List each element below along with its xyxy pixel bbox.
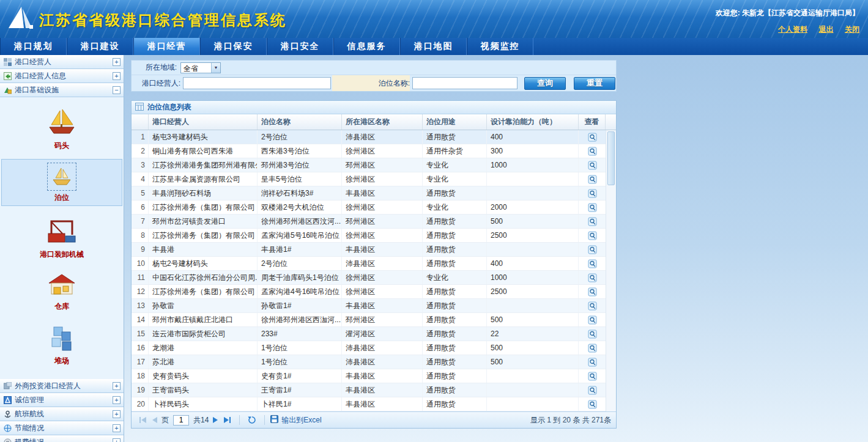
- table-row[interactable]: 19 王寄雷码头 王寄雷1# 丰县港区 通用散货: [132, 383, 606, 397]
- view-detail-icon[interactable]: [588, 400, 597, 409]
- nav-tab[interactable]: 港口规划: [0, 38, 67, 55]
- view-detail-icon[interactable]: [588, 161, 597, 170]
- nav-tab[interactable]: 港口安全: [267, 38, 333, 55]
- table-row[interactable]: 18 史有贵码头 史有贵1# 丰县港区 通用散货: [132, 369, 606, 383]
- nav-tab[interactable]: 港口经营: [133, 38, 200, 55]
- logout-link[interactable]: 退出: [819, 25, 834, 34]
- expand-icon[interactable]: +: [113, 72, 121, 80]
- sidebar-item-fees[interactable]: 规费情况 +: [0, 435, 124, 442]
- column-header-port-area[interactable]: 所在港区名称: [342, 114, 423, 130]
- berth-name-input[interactable]: [412, 77, 517, 89]
- table-row[interactable]: 20 卜祥民码头 卜祥民1# 丰县港区 通用散货: [132, 397, 606, 411]
- cell-capacity: 2500: [487, 285, 579, 298]
- table-row[interactable]: 5 丰县润翔砂石料场 润祥砂石料场3# 丰县港区 通用散货: [132, 186, 606, 201]
- view-detail-icon[interactable]: [588, 231, 597, 240]
- view-detail-icon[interactable]: [588, 315, 597, 325]
- expand-icon[interactable]: +: [113, 410, 121, 418]
- sidebar-item-berth[interactable]: 泊位: [1, 159, 122, 206]
- table-row[interactable]: 17 苏北港 1号泊位 沛县港区 通用散货 500: [132, 355, 606, 369]
- table-row[interactable]: 2 铜山港务有限公司西朱港 西朱港3号泊位 徐州港区 通用件杂货 300: [132, 144, 606, 158]
- table-row[interactable]: 14 邳州市戴庄镇戴庄北港口 徐州港邳州港区西泇河... 邳州港区 通用散货 5…: [132, 313, 606, 327]
- query-button[interactable]: 查询: [524, 77, 566, 90]
- export-excel-button[interactable]: 输出到Excel: [270, 415, 321, 425]
- table-row[interactable]: 6 江苏徐州港务（集团）有限公司 双楼港2号大机泊位 徐州港区 专业化 2000: [132, 201, 606, 215]
- nav-tab[interactable]: 港口保安: [200, 38, 267, 55]
- sidebar-item-wharf[interactable]: 码头: [1, 103, 122, 154]
- expand-icon[interactable]: +: [113, 424, 121, 432]
- nav-tab[interactable]: 港口地图: [400, 38, 467, 55]
- sidebar-item-loading-machinery[interactable]: 港口装卸机械: [1, 211, 122, 263]
- view-detail-icon[interactable]: [588, 358, 597, 367]
- sidebar-item-shipping-routes[interactable]: 航班航线 +: [0, 407, 124, 421]
- view-detail-icon[interactable]: [588, 259, 597, 268]
- table-row[interactable]: 1 杨屯3号建材码头 2号泊位 沛县港区 通用散货 400: [132, 130, 606, 144]
- cell-operator: 史有贵码头: [149, 369, 258, 383]
- cell-operator: 江苏徐州港务（集团）有限公司: [149, 285, 258, 298]
- view-detail-icon[interactable]: [588, 133, 597, 142]
- view-detail-icon[interactable]: [588, 245, 597, 254]
- cell-operator: 丰县港: [149, 243, 258, 256]
- profile-link[interactable]: 个人资料: [778, 25, 807, 34]
- cell-berth-name: 丰县港1#: [258, 243, 342, 256]
- table-row[interactable]: 13 孙敬雷 孙敬雷1# 丰县港区 通用散货: [132, 299, 606, 313]
- table-scrollbar[interactable]: [606, 130, 616, 411]
- table-row[interactable]: 3 江苏徐州港港务集团邳州港有限公司 邳州港3号泊位 邳州港区 专业化 1000: [132, 158, 606, 172]
- nav-tab[interactable]: 视频监控: [467, 38, 533, 55]
- expand-icon[interactable]: +: [113, 382, 121, 390]
- column-header-usage[interactable]: 泊位用途: [423, 114, 487, 130]
- last-page-button[interactable]: [223, 417, 231, 423]
- table-row[interactable]: 16 龙潮港 1号泊位 沛县港区 通用散货 500: [132, 341, 606, 355]
- table-row[interactable]: 4 江苏呈丰金属资源有限公司 呈丰5号泊位 徐州港区 专业化: [132, 172, 606, 186]
- expand-icon[interactable]: +: [113, 438, 121, 442]
- sidebar-item-port-infrastructure[interactable]: 港口基础设施 −: [0, 83, 124, 97]
- table-row[interactable]: 12 江苏徐州港务（集团）有限公司 孟家沟港4号16吨吊泊位 徐州港区 通用散货…: [132, 285, 606, 299]
- table-row[interactable]: 11 中国石化江苏徐州石油分公司周... 周老千油库码头1号泊位 徐州港区 专业…: [132, 271, 606, 285]
- sidebar-item-warehouse[interactable]: 仓库: [1, 268, 122, 315]
- sidebar-item-foreign-investors[interactable]: 外商投资港口经营人 +: [0, 379, 124, 393]
- sidebar-item-stackyard[interactable]: 堆场: [1, 320, 122, 369]
- sidebar-item-credit-management[interactable]: 诚信管理 +: [0, 393, 124, 407]
- expand-icon[interactable]: +: [113, 396, 121, 404]
- nav-tab[interactable]: 信息服务: [333, 38, 400, 55]
- first-page-button[interactable]: [139, 417, 147, 423]
- view-detail-icon[interactable]: [588, 189, 597, 198]
- column-header-capacity[interactable]: 设计靠泊能力（吨）: [487, 114, 579, 130]
- cell-view: [579, 369, 606, 383]
- table-row[interactable]: 9 丰县港 丰县港1# 丰县港区 通用散货: [132, 243, 606, 257]
- table-row[interactable]: 10 杨屯2号建材码头 2号泊位 沛县港区 通用散货 400: [132, 257, 606, 271]
- sidebar-item-energy-saving[interactable]: 节能情况 +: [0, 421, 124, 435]
- sidebar-item-operator-info[interactable]: 港口经营人信息 +: [0, 69, 124, 83]
- nav-tab[interactable]: 港口建设: [67, 38, 133, 55]
- chevron-down-icon: ▼: [211, 63, 220, 73]
- view-detail-icon[interactable]: [588, 386, 597, 395]
- region-select[interactable]: 全省 ▼: [180, 62, 221, 73]
- column-header-berth-name[interactable]: 泊位名称: [258, 114, 342, 130]
- view-detail-icon[interactable]: [588, 330, 597, 339]
- next-page-button[interactable]: [212, 417, 218, 423]
- table-row[interactable]: 8 江苏徐州港务（集团）有限公司 孟家沟港5号16吨吊泊位 徐州港区 通用散货 …: [132, 229, 606, 243]
- view-detail-icon[interactable]: [588, 287, 597, 297]
- view-detail-icon[interactable]: [588, 273, 597, 282]
- view-detail-icon[interactable]: [588, 217, 597, 226]
- refresh-icon[interactable]: [248, 416, 256, 424]
- page-number-input[interactable]: [173, 415, 189, 425]
- close-link[interactable]: 关闭: [845, 25, 859, 34]
- view-detail-icon[interactable]: [588, 175, 597, 184]
- column-header-view[interactable]: 查看: [579, 114, 606, 130]
- collapse-icon[interactable]: −: [113, 86, 121, 94]
- scrollbar-thumb[interactable]: [607, 131, 615, 185]
- view-detail-icon[interactable]: [588, 372, 597, 381]
- view-detail-icon[interactable]: [588, 203, 597, 212]
- view-detail-icon[interactable]: [588, 147, 597, 156]
- table-row[interactable]: 15 连云港市国际货柜公司 233# 灌河港区 通用散货 22: [132, 327, 606, 341]
- view-detail-icon[interactable]: [588, 344, 597, 353]
- column-header-operator[interactable]: 港口经营人: [149, 114, 258, 130]
- sidebar-item-port-operators[interactable]: 港口经营人 +: [0, 55, 124, 69]
- table-header: 港口经营人 泊位名称 所在港区名称 泊位用途 设计靠泊能力（吨） 查看: [132, 114, 616, 130]
- operator-input[interactable]: [183, 77, 331, 89]
- view-detail-icon[interactable]: [588, 301, 597, 311]
- table-row[interactable]: 7 邳州市岔河镇贵发港口 徐州港邳州港区西汶河... 邳州港区 通用散货 500: [132, 215, 606, 229]
- reset-button[interactable]: 重置: [574, 77, 615, 90]
- expand-icon[interactable]: +: [113, 58, 121, 66]
- prev-page-button[interactable]: [152, 417, 158, 423]
